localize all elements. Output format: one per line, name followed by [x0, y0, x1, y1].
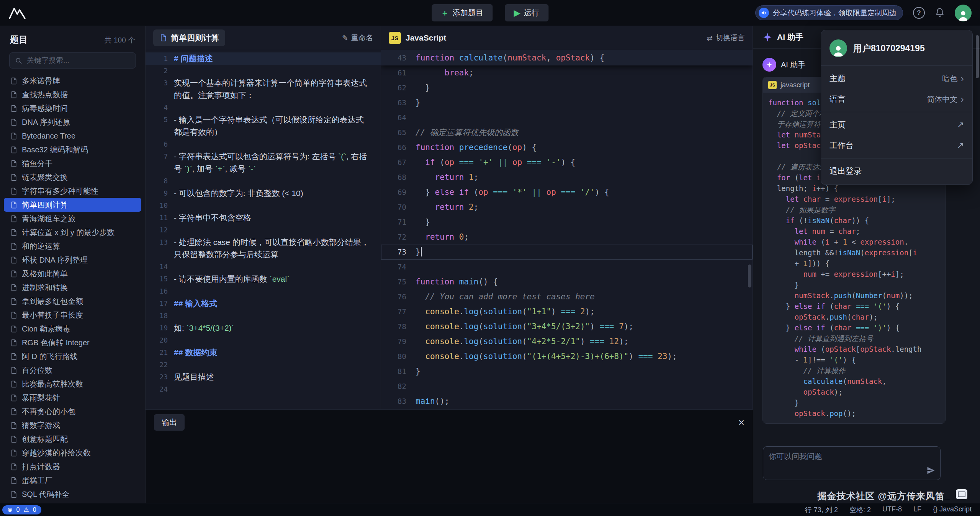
- sidebar-item[interactable]: 青海湖租车之旅: [4, 212, 141, 225]
- code-line[interactable]: 65// 确定运算符优先级的函数: [381, 125, 753, 140]
- sidebar-item[interactable]: 链表聚类交换: [4, 170, 141, 184]
- code-line[interactable]: 77 console.log(solution("1+1") === 2);: [381, 304, 753, 319]
- code-line[interactable]: 63}: [381, 95, 753, 110]
- menu-item-workbench[interactable]: 工作台 ↗: [821, 135, 972, 156]
- sidebar-item[interactable]: 穿越沙漠的补给次数: [4, 446, 141, 460]
- sidebar-item[interactable]: 及格如此简单: [4, 267, 141, 281]
- code-line[interactable]: 71 }: [381, 215, 753, 230]
- sidebar-item[interactable]: 和的逆运算: [4, 239, 141, 253]
- sidebar-item[interactable]: 比赛最高获胜次数: [4, 377, 141, 391]
- markdown-line[interactable]: 13- 处理除法 case 的时候，可以直接省略小数部分结果，只保留整数部分参与…: [146, 236, 381, 261]
- code-line[interactable]: 76 // You can add more test cases here: [381, 289, 753, 304]
- code-line[interactable]: 81}: [381, 364, 753, 379]
- ai-question-input[interactable]: [763, 447, 940, 480]
- sidebar-item[interactable]: 百分位数: [4, 363, 141, 377]
- send-icon[interactable]: [926, 466, 936, 477]
- markdown-line[interactable]: 6: [146, 138, 381, 150]
- code-line[interactable]: 69 } else if (op === '*' || op === '/') …: [381, 185, 753, 200]
- code-line[interactable]: 62 }: [381, 80, 753, 95]
- status-item[interactable]: {} JavaScript: [933, 505, 972, 514]
- add-problem-button[interactable]: ＋ 添加题目: [432, 4, 492, 21]
- sidebar-item[interactable]: 最小替换子串长度: [4, 308, 141, 322]
- code-line[interactable]: 70 return 2;: [381, 200, 753, 215]
- problem-title-chip[interactable]: 简单四则计算: [153, 29, 225, 46]
- sidebar-item[interactable]: 蛋糕工厂: [4, 474, 141, 487]
- panel-scrollbar-thumb[interactable]: [976, 35, 979, 78]
- code-line[interactable]: 73}: [381, 245, 753, 260]
- code-line[interactable]: 64: [381, 110, 753, 125]
- help-icon[interactable]: ?: [913, 7, 925, 19]
- code-line[interactable]: 43function calculate(numStack, opStack) …: [381, 50, 753, 65]
- editor-scrollbar-thumb[interactable]: [748, 265, 751, 287]
- menu-item-home[interactable]: 主页 ↗: [821, 114, 972, 135]
- sidebar-item[interactable]: 病毒感染时间: [4, 101, 141, 115]
- code-line[interactable]: 78 console.log(solution("3+4*5/(3+2)") =…: [381, 319, 753, 334]
- markdown-line[interactable]: 3实现一个基本的计算器来计算一个简单的字符串表达式的值。注意事项如下：: [146, 77, 381, 101]
- code-line[interactable]: 79 console.log(solution("4+2*5-2/1") ===…: [381, 334, 753, 349]
- sidebar-item[interactable]: 进制求和转换: [4, 281, 141, 294]
- markdown-line[interactable]: 10: [146, 199, 381, 212]
- markdown-line[interactable]: 23见题目描述: [146, 371, 381, 383]
- sidebar-item[interactable]: 多米诺骨牌: [4, 74, 141, 88]
- sidebar-item[interactable]: SQL 代码补全: [4, 487, 141, 501]
- search-input[interactable]: [26, 56, 130, 65]
- markdown-line[interactable]: 4: [146, 101, 381, 114]
- markdown-line[interactable]: 8: [146, 175, 381, 187]
- sidebar-item[interactable]: 阿 D 的飞行路线: [4, 349, 141, 363]
- markdown-line[interactable]: 20: [146, 334, 381, 346]
- rename-button[interactable]: ✎ 重命名: [342, 33, 373, 43]
- sidebar-item[interactable]: 暴雨梨花针: [4, 391, 141, 405]
- floating-widget-button[interactable]: [956, 489, 967, 499]
- sidebar-item[interactable]: 猫鱼分干: [4, 157, 141, 170]
- code-line[interactable]: 83main();: [381, 394, 753, 409]
- sidebar-item[interactable]: 猜数字游戏: [4, 418, 141, 432]
- user-avatar[interactable]: [955, 5, 972, 21]
- sidebar-item[interactable]: Cion 勒索病毒: [4, 322, 141, 336]
- code-line[interactable]: 68 return 1;: [381, 170, 753, 185]
- code-line[interactable]: 66function precedence(op) {: [381, 140, 753, 155]
- markdown-line[interactable]: 18: [146, 310, 381, 322]
- sidebar-item[interactable]: 简单四则计算: [4, 198, 141, 212]
- markdown-line[interactable]: 22: [146, 359, 381, 371]
- sidebar-item[interactable]: 计算位置 x 到 y 的最少步数: [4, 225, 141, 239]
- notification-bell-icon[interactable]: [935, 7, 945, 19]
- markdown-line[interactable]: 11- 字符串中不包含空格: [146, 212, 381, 224]
- status-item[interactable]: LF: [913, 505, 921, 514]
- code-line[interactable]: 80 console.log(solution("(1+(4+5+2)-3)+(…: [381, 349, 753, 364]
- app-logo[interactable]: [8, 7, 26, 20]
- code-line[interactable]: 72 return 0;: [381, 230, 753, 245]
- markdown-line[interactable]: 14: [146, 261, 381, 273]
- sidebar-item[interactable]: 打点计数器: [4, 460, 141, 474]
- code-line[interactable]: 61 break;: [381, 65, 753, 80]
- code-line[interactable]: 75function main() {: [381, 274, 753, 289]
- code-line[interactable]: 74: [381, 260, 753, 274]
- status-item[interactable]: 空格: 2: [849, 505, 871, 514]
- code-line[interactable]: 82: [381, 379, 753, 394]
- promo-banner[interactable]: 分享代码练习体验，领取限量定制周边: [755, 5, 903, 20]
- menu-item-logout[interactable]: 退出登录: [821, 161, 972, 181]
- markdown-line[interactable]: 16: [146, 285, 381, 297]
- sidebar-item[interactable]: 创意标题匹配: [4, 432, 141, 446]
- sidebar-item[interactable]: 环状 DNA 序列整理: [4, 253, 141, 267]
- sidebar-item[interactable]: 字符串有多少种可能性: [4, 184, 141, 198]
- code-line[interactable]: 67 if (op === '+' || op === '-') {: [381, 155, 753, 170]
- markdown-line[interactable]: 21## 数据约束: [146, 346, 381, 359]
- sidebar-item[interactable]: DNA 序列还原: [4, 115, 141, 129]
- sidebar-item[interactable]: 查找热点数据: [4, 88, 141, 101]
- sidebar-item[interactable]: RGB 色值转 Integer: [4, 336, 141, 349]
- markdown-line[interactable]: 5- 输入是一个字符串表达式（可以假设所给定的表达式都是有效的）: [146, 114, 381, 138]
- output-tab[interactable]: 输出: [154, 414, 185, 431]
- menu-item-language[interactable]: 语言 简体中文›: [821, 89, 972, 109]
- markdown-line[interactable]: 19如: `3+4*5/(3+2)`: [146, 322, 381, 334]
- markdown-line[interactable]: 7- 字符串表达式可以包含的运算符号为: 左括号 `(`, 右括号 `)`, 加…: [146, 150, 381, 175]
- status-item[interactable]: UTF-8: [882, 505, 902, 514]
- status-item[interactable]: 行 73, 列 2: [805, 505, 838, 514]
- markdown-line[interactable]: 17## 输入格式: [146, 297, 381, 310]
- markdown-line[interactable]: 1# 问题描述: [146, 52, 381, 65]
- problems-indicator[interactable]: ⊗0 ⚠0: [2, 505, 41, 514]
- menu-item-theme[interactable]: 主题 暗色›: [821, 68, 972, 89]
- close-icon[interactable]: ×: [738, 417, 744, 428]
- editor-body[interactable]: 43function calculate(numStack, opStack) …: [381, 50, 753, 409]
- sidebar-item[interactable]: 不再贪心的小包: [4, 405, 141, 418]
- markdown-line[interactable]: 2: [146, 65, 381, 77]
